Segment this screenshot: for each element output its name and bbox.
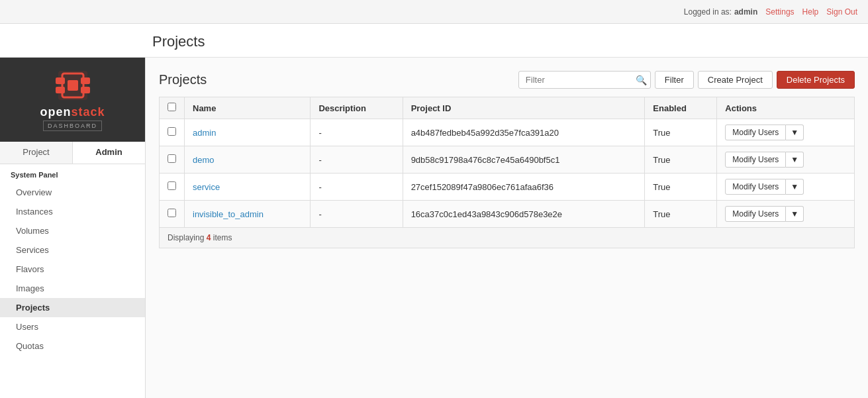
action-dropdown-button[interactable]: ▼ xyxy=(786,152,804,168)
sidebar-item-projects[interactable]: Projects xyxy=(0,298,145,317)
sidebar-item-volumes[interactable]: Volumes xyxy=(0,221,145,240)
toolbar-right: 🔍 Filter Create Project Delete Projects xyxy=(518,71,855,89)
row-enabled: True xyxy=(645,174,717,201)
content-area: Projects 🔍 Filter Create Project Delete … xyxy=(146,58,868,398)
row-name: invisible_to_admin xyxy=(185,201,311,228)
item-count: 4 xyxy=(207,233,211,242)
row-name-link[interactable]: demo xyxy=(193,155,215,165)
signout-link[interactable]: Sign Out xyxy=(826,7,857,17)
content-title: Projects xyxy=(159,72,207,87)
main-layout: openstack DASHBOARD Project Admin System… xyxy=(0,58,868,398)
row-name: demo xyxy=(185,146,311,174)
table-row: service - 27cef152089f47a9806ec761afaa6f… xyxy=(160,174,855,201)
row-project-id: a4b487fedbeb45a992d35e7fca391a20 xyxy=(403,119,645,146)
search-icon-button[interactable]: 🔍 xyxy=(636,75,647,85)
select-all-checkbox[interactable] xyxy=(168,103,176,111)
sidebar-item-images[interactable]: Images xyxy=(0,279,145,298)
displaying-items: Displaying 4 items xyxy=(159,228,855,248)
sidebar-item-services[interactable]: Services xyxy=(0,240,145,260)
logo-stack: stack xyxy=(71,105,105,119)
table-row: admin - a4b487fedbeb45a992d35e7fca391a20… xyxy=(160,119,855,146)
table-row: demo - 9db58c91798a476c8c7e45a6490bf5c1 … xyxy=(160,146,855,174)
modify-users-button[interactable]: Modify Users xyxy=(725,179,786,195)
system-panel-label: System Panel xyxy=(0,164,145,183)
th-checkbox xyxy=(160,97,185,119)
settings-link[interactable]: Settings xyxy=(765,7,794,17)
logo-area: openstack DASHBOARD xyxy=(0,58,145,142)
table-body: admin - a4b487fedbeb45a992d35e7fca391a20… xyxy=(160,119,855,228)
page-title-bar: Projects xyxy=(0,24,868,58)
sidebar-item-flavors[interactable]: Flavors xyxy=(0,260,145,279)
row-project-id: 16ca37c0c1ed43a9843c906d578e3e2e xyxy=(403,201,645,228)
row-actions: Modify Users ▼ xyxy=(717,201,855,228)
sidebar-item-overview[interactable]: Overview xyxy=(0,183,145,202)
row-enabled: True xyxy=(645,146,717,174)
row-actions: Modify Users ▼ xyxy=(717,146,855,174)
th-enabled: Enabled xyxy=(645,97,717,119)
openstack-logo: openstack DASHBOARD xyxy=(11,68,134,131)
svg-rect-3 xyxy=(81,77,90,84)
sidebar-item-users[interactable]: Users xyxy=(0,317,145,336)
row-checkbox-cell xyxy=(160,174,185,201)
row-name-link[interactable]: invisible_to_admin xyxy=(193,209,264,219)
row-enabled: True xyxy=(645,201,717,228)
table-header-row: Name Description Project ID Enabled Acti… xyxy=(160,97,855,119)
row-description: - xyxy=(311,146,403,174)
row-checkbox-cell xyxy=(160,146,185,174)
row-name-link[interactable]: admin xyxy=(193,128,216,138)
row-name-link[interactable]: service xyxy=(193,182,220,192)
action-group: Modify Users ▼ xyxy=(725,124,846,140)
row-name: service xyxy=(185,174,311,201)
svg-rect-2 xyxy=(56,77,65,84)
logo-icon xyxy=(53,68,93,103)
content-title-row: Projects 🔍 Filter Create Project Delete … xyxy=(159,71,855,89)
row-checkbox-cell xyxy=(160,119,185,146)
row-description: - xyxy=(311,174,403,201)
modify-users-button[interactable]: Modify Users xyxy=(725,206,786,222)
filter-button[interactable]: Filter xyxy=(655,71,694,89)
svg-rect-4 xyxy=(56,87,65,93)
row-actions: Modify Users ▼ xyxy=(717,119,855,146)
row-checkbox[interactable] xyxy=(168,127,176,136)
row-checkbox[interactable] xyxy=(168,209,176,217)
filter-input[interactable] xyxy=(518,71,651,89)
action-group: Modify Users ▼ xyxy=(725,152,846,168)
row-enabled: True xyxy=(645,119,717,146)
row-project-id: 27cef152089f47a9806ec761afaa6f36 xyxy=(403,174,645,201)
sidebar: openstack DASHBOARD Project Admin System… xyxy=(0,58,146,398)
logo-open: open xyxy=(40,105,71,119)
sidebar-item-instances[interactable]: Instances xyxy=(0,202,145,221)
action-dropdown-button[interactable]: ▼ xyxy=(786,124,804,140)
row-description: - xyxy=(311,119,403,146)
modify-users-button[interactable]: Modify Users xyxy=(725,124,786,140)
action-dropdown-button[interactable]: ▼ xyxy=(786,179,804,195)
delete-projects-button[interactable]: Delete Projects xyxy=(777,71,855,89)
tab-project[interactable]: Project xyxy=(0,142,73,164)
row-checkbox-cell xyxy=(160,201,185,228)
create-project-button[interactable]: Create Project xyxy=(698,71,773,89)
th-actions: Actions xyxy=(717,97,855,119)
sidebar-tabs: Project Admin xyxy=(0,142,145,164)
projects-table: Name Description Project ID Enabled Acti… xyxy=(159,97,855,228)
table-row: invisible_to_admin - 16ca37c0c1ed43a9843… xyxy=(160,201,855,228)
tab-admin[interactable]: Admin xyxy=(73,142,145,164)
page-title: Projects xyxy=(152,33,855,50)
th-description: Description xyxy=(311,97,403,119)
modify-users-button[interactable]: Modify Users xyxy=(725,152,786,168)
th-name: Name xyxy=(185,97,311,119)
logged-in-label: Logged in as: xyxy=(684,7,732,17)
row-checkbox[interactable] xyxy=(168,154,176,163)
action-group: Modify Users ▼ xyxy=(725,179,846,195)
filter-input-wrap: 🔍 xyxy=(518,71,651,89)
action-dropdown-button[interactable]: ▼ xyxy=(786,206,804,222)
help-link[interactable]: Help xyxy=(802,7,819,17)
row-project-id: 9db58c91798a476c8c7e45a6490bf5c1 xyxy=(403,146,645,174)
row-checkbox[interactable] xyxy=(168,181,176,190)
th-project-id: Project ID xyxy=(403,97,645,119)
sidebar-item-quotas[interactable]: Quotas xyxy=(0,336,145,356)
username: admin xyxy=(734,7,757,17)
row-actions: Modify Users ▼ xyxy=(717,174,855,201)
logo-text: openstack xyxy=(40,105,105,119)
dashboard-label: DASHBOARD xyxy=(43,121,102,131)
action-group: Modify Users ▼ xyxy=(725,206,846,222)
